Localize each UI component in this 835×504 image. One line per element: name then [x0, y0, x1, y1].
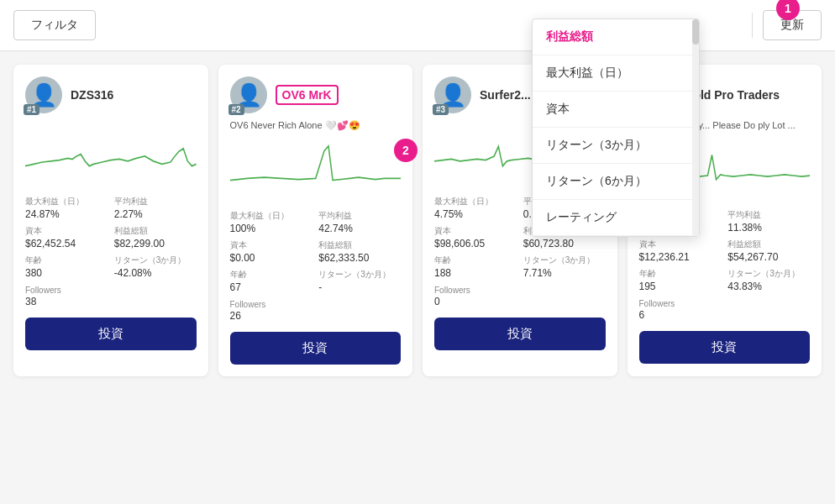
chart-1 [25, 127, 197, 186]
stats-grid-1: 最大利益（日） 24.87% 平均利益 2.27% 資本 $62,452.54 … [25, 196, 197, 281]
trader-tagline-2: OV6 Never Rich Alone 🤍💕😍 [230, 120, 402, 131]
trader-name-2: OV6 MrK [276, 85, 339, 105]
sort-dropdown[interactable]: 利益総額 最大利益（日） 資本 リターン（3か月） リターン（6か月） レーティ… [532, 18, 700, 237]
sort-option-capital[interactable]: 資本 [533, 92, 699, 128]
avatar-wrap-2: 👤 #2 [230, 76, 267, 113]
stat-capital-1: 資本 $62,452.54 [25, 225, 108, 249]
stat-max-profit-label-1: 最大利益（日） 24.87% [25, 196, 108, 220]
cards-row: 👤 #1 DZS316 最大利益（日） 24.87% 平均利益 2.27% 資本… [0, 51, 835, 390]
followers-section-4: Followers 6 [639, 299, 811, 321]
stat-avg-profit-2: 平均利益 42.74% [318, 210, 401, 234]
stat-capital-2: 資本 $0.00 [230, 239, 312, 264]
stat-return3m-2: リターン（3か月） - [318, 269, 401, 293]
stat-age-4: 年齢 195 [639, 268, 722, 292]
chart-svg-1 [25, 127, 197, 186]
sort-option-rating[interactable]: レーティング [533, 200, 699, 236]
top-bar: フィルタ 利益総額 最大利益（日） 資本 リターン（3か月） リターン（6か月）… [0, 0, 835, 51]
trader-card-1: 👤 #1 DZS316 最大利益（日） 24.87% 平均利益 2.27% 資本… [13, 65, 208, 376]
scrollbar-track [692, 19, 699, 236]
sort-option-max-profit[interactable]: 最大利益（日） [533, 55, 699, 92]
stat-capital-3: 資本 $98,606.05 [434, 225, 517, 249]
scrollbar-thumb[interactable] [692, 19, 699, 45]
chart-2 [230, 141, 402, 200]
followers-section-3: Followers 0 [434, 286, 606, 307]
stat-return3m-4: リターン（3か月） 43.83% [727, 268, 810, 292]
trader-name-1: DZS316 [71, 88, 113, 102]
card-header-2: 👤 #2 OV6 MrK [230, 76, 402, 113]
invest-button-1[interactable]: 投資 [25, 318, 197, 350]
badge-2: 2 [394, 139, 418, 162]
rank-badge-3: #3 [433, 104, 449, 115]
stat-max-profit-3: 最大利益（日） 4.75% [434, 196, 517, 220]
rank-badge-2: #2 [228, 104, 244, 115]
trader-name-3: Surfer2... [480, 88, 531, 102]
avatar-wrap-1: 👤 #1 [25, 76, 62, 113]
trader-card-2: 2 👤 #2 OV6 MrK OV6 Never Rich Alone 🤍💕😍 … [218, 65, 413, 376]
stat-max-profit-2: 最大利益（日） 100% [230, 210, 312, 234]
invest-button-3[interactable]: 投資 [434, 318, 606, 350]
invest-button-2[interactable]: 投資 [230, 332, 402, 365]
stat-total-profit-4: 利益総額 $54,267.70 [727, 239, 810, 263]
sort-option-return6m[interactable]: リターン（6か月） [533, 164, 699, 200]
stat-total-profit-1: 利益総額 $82,299.00 [114, 225, 197, 249]
stats-grid-2: 最大利益（日） 100% 平均利益 42.74% 資本 $0.00 利益総額 $… [230, 210, 402, 295]
followers-section-1: Followers 38 [25, 286, 197, 307]
stat-capital-4: 資本 $12,236.21 [639, 239, 722, 263]
chart-svg-2 [230, 141, 402, 200]
invest-button-4[interactable]: 投資 [639, 331, 811, 364]
vertical-divider [752, 13, 753, 38]
sort-option-total-profit[interactable]: 利益総額 [533, 19, 699, 55]
stat-avg-profit-1: 平均利益 2.27% [114, 196, 197, 220]
rank-badge-1: #1 [24, 104, 39, 115]
stat-return3m-3: リターン（3か月） 7.71% [523, 255, 606, 279]
card-header-1: 👤 #1 DZS316 [25, 76, 197, 113]
followers-section-2: Followers 26 [230, 300, 402, 322]
stat-avg-profit-4: 平均利益 11.38% [727, 209, 810, 234]
stat-return3m-1: リターン（3か月） -42.08% [114, 255, 197, 279]
stat-total-profit-2: 利益総額 $62,333.50 [318, 239, 401, 264]
stat-age-3: 年齢 188 [434, 255, 517, 279]
filter-button[interactable]: フィルタ [13, 10, 96, 40]
avatar-wrap-3: 👤 #3 [434, 76, 471, 113]
stat-age-2: 年齢 67 [230, 269, 312, 293]
stat-age-1: 年齢 380 [25, 255, 108, 279]
sort-option-return3m[interactable]: リターン（3か月） [533, 128, 699, 164]
